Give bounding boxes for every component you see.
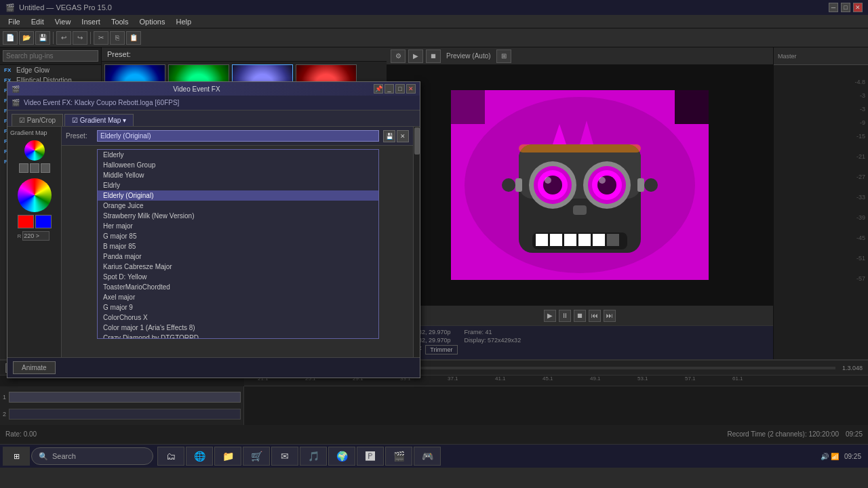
dropdown-item-elderly[interactable]: Elderly — [98, 150, 378, 160]
menu-insert[interactable]: Insert — [76, 16, 106, 27]
vefx-tab-gradientmap[interactable]: ☑ Gradient Map ▾ — [64, 114, 134, 126]
r-input[interactable] — [22, 231, 50, 241]
taskbar-app-edge[interactable]: 🌐 — [186, 447, 213, 466]
color-circle-main[interactable] — [18, 178, 52, 212]
next-frame-button[interactable]: ⏭ — [604, 310, 616, 322]
blend-btn-3[interactable] — [41, 163, 50, 173]
dropdown-item-b-major[interactable]: B major 85 — [98, 241, 378, 251]
save-button[interactable]: 💾 — [35, 31, 50, 45]
undo-button[interactable]: ↩ — [56, 31, 71, 45]
dropdown-item-middle-yellow[interactable]: Middle Yellow — [98, 170, 378, 180]
ruler-37: 37.1 — [448, 375, 458, 382]
taskbar-app-explorer[interactable]: 🗂 — [157, 447, 184, 466]
timeline-time-display: 1.3.048 — [842, 365, 863, 371]
taskbar-app-mail[interactable]: ✉ — [271, 447, 298, 466]
preview-transport-button[interactable]: ▶ — [408, 49, 423, 63]
color-wheel[interactable] — [24, 140, 45, 161]
play-button[interactable]: ▶ — [544, 310, 556, 322]
dropdown-item-elderly-original[interactable]: Elderly (Original) — [98, 190, 378, 201]
preview-settings-button[interactable]: ⚙ — [391, 49, 406, 63]
color-swatch-blue[interactable] — [35, 215, 52, 228]
fx-edge-glow[interactable]: FX Edge Glow — [0, 65, 101, 75]
taskbar-app-photoshop[interactable]: 🅿 — [357, 447, 384, 466]
dropdown-item-her-major[interactable]: Her major — [98, 221, 378, 231]
blend-btn-2[interactable] — [30, 163, 39, 173]
paste-button[interactable]: 📋 — [126, 31, 141, 45]
cut-button[interactable]: ✂ — [94, 31, 108, 45]
close-button[interactable]: ✕ — [853, 3, 863, 12]
preview-zoom-button[interactable]: ⊞ — [496, 49, 511, 63]
dropdown-item-axel[interactable]: Axel major — [98, 292, 378, 302]
dropdown-item-strawberry[interactable]: Strawberry Milk (New Version) — [98, 211, 378, 221]
dropdown-item-colorchorus[interactable]: ColorChorus X — [98, 312, 378, 323]
copy-button[interactable]: ⎘ — [110, 31, 125, 45]
vefx-close-button[interactable]: ✕ — [406, 84, 416, 94]
preview-tab-trimmer[interactable]: Trimmer — [425, 345, 457, 354]
preview-stop-button[interactable]: ⏹ — [426, 49, 441, 63]
vefx-scrollbar[interactable] — [413, 127, 420, 357]
new-button[interactable]: 📄 — [3, 31, 18, 45]
vefx-preset-input[interactable] — [97, 130, 379, 142]
menu-options[interactable]: Options — [134, 16, 171, 27]
color-swatches — [18, 215, 52, 228]
vefx-preset-row: Preset: Elderly Halloween Group Middle Y… — [62, 127, 413, 146]
taskbar-app-ps2[interactable]: 🎮 — [414, 447, 441, 466]
dropdown-item-panda[interactable]: Panda major — [98, 251, 378, 262]
taskbar-app-chrome[interactable]: 🌍 — [328, 447, 355, 466]
taskbar-clock: 09:25 — [844, 453, 861, 460]
toolbar-separator-1 — [53, 32, 54, 44]
color-swatch-red[interactable] — [18, 215, 34, 228]
fx-search-input[interactable] — [3, 50, 98, 62]
pause-button[interactable]: ⏸ — [559, 310, 571, 322]
menu-edit[interactable]: Edit — [26, 16, 50, 27]
minimize-button[interactable]: ─ — [829, 3, 838, 12]
taskbar-search[interactable]: 🔍 Search — [31, 447, 153, 465]
taskbar-app-media[interactable]: 🎵 — [300, 447, 327, 466]
redo-button[interactable]: ↪ — [73, 31, 87, 45]
vefx-color-controls: R — [10, 140, 58, 241]
taskbar-app-vegas[interactable]: 🎬 — [385, 447, 412, 466]
menu-view[interactable]: View — [50, 16, 77, 27]
dropdown-item-eldrly[interactable]: Eldrly — [98, 180, 378, 190]
ruler-label-2: -3 — [860, 92, 865, 99]
dropdown-item-spot[interactable]: Spot D: Yellow — [98, 272, 378, 282]
dropdown-item-karius[interactable]: Karius Cabresze Major — [98, 262, 378, 272]
track-2-bar[interactable] — [9, 409, 241, 420]
animate-button[interactable]: Animate — [13, 361, 56, 374]
track-area: 1 2 — [0, 386, 868, 425]
stop-button[interactable]: ⏹ — [574, 310, 586, 322]
dropdown-item-orange-juice[interactable]: Orange Juice — [98, 201, 378, 211]
ruler-45: 45.1 — [542, 375, 553, 382]
vefx-tab-pancrop[interactable]: ☑ Pan/Crop — [12, 114, 63, 126]
blend-btn-1[interactable] — [19, 163, 28, 173]
ruler-49: 49.1 — [590, 375, 601, 382]
open-button[interactable]: 📂 — [19, 31, 34, 45]
maximize-button[interactable]: □ — [841, 3, 850, 12]
menu-help[interactable]: Help — [170, 16, 197, 27]
menu-file[interactable]: File — [3, 16, 26, 27]
menu-tools[interactable]: Tools — [106, 16, 134, 27]
dropdown-item-halloween[interactable]: Halloween Group — [98, 160, 378, 170]
dropdown-item-g-major-85[interactable]: G major 85 — [98, 231, 378, 241]
start-button[interactable]: ⊞ — [3, 447, 30, 466]
dropdown-item-g-major-9[interactable]: G major 9 — [98, 302, 378, 312]
vefx-expand-button[interactable]: □ — [395, 84, 405, 94]
scrollbar-thumb[interactable] — [414, 127, 420, 155]
taskbar-right: 🔊 📶 09:25 — [821, 453, 865, 460]
preview-info: 480x360x32, 29.970p Frame: 41 960x360x32… — [387, 325, 773, 359]
preset-dropdown-list[interactable]: Elderly Halloween Group Middle Yellow El… — [97, 149, 379, 339]
taskbar-app-files[interactable]: 📁 — [214, 447, 241, 466]
menu-bar: File Edit View Insert Tools Options Help — [0, 15, 868, 28]
status-rate: Rate: 0.00 — [5, 430, 37, 438]
preset-save-btn[interactable]: 💾 — [383, 130, 395, 142]
taskbar-app-store[interactable]: 🛒 — [243, 447, 270, 466]
track-1-bar[interactable] — [9, 392, 241, 403]
vefx-subtitle: 🎬 Video Event FX: Klacky Coupo Rebott.lo… — [7, 96, 420, 110]
dropdown-item-crazy-diamond[interactable]: Crazy Diamond by DTGTORPD — [98, 333, 378, 339]
preset-close-btn[interactable]: ✕ — [397, 130, 409, 142]
vefx-minimize-button[interactable]: _ — [384, 84, 394, 94]
dropdown-item-color-major[interactable]: Color major 1 (Aria's Effects 8) — [98, 323, 378, 333]
prev-frame-button[interactable]: ⏮ — [589, 310, 601, 322]
dropdown-item-toaster[interactable]: ToasterMarioChordted — [98, 282, 378, 292]
vefx-pin-button[interactable]: 📌 — [374, 84, 383, 94]
